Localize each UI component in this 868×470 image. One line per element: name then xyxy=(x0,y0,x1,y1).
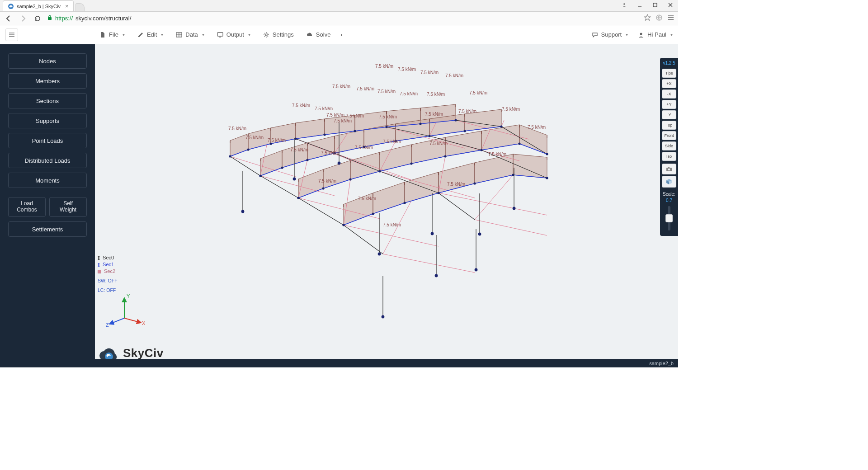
svg-text:7.5 kN/m: 7.5 kN/m xyxy=(425,112,443,117)
bookmark-icon[interactable] xyxy=(644,14,651,23)
svg-line-101 xyxy=(439,193,475,220)
scale-slider[interactable] xyxy=(668,206,670,230)
svg-line-95 xyxy=(260,176,298,198)
svg-point-115 xyxy=(229,155,231,157)
view-plusminus-y[interactable]: +Y xyxy=(662,100,676,109)
menu-solve[interactable]: Solve ⟶ xyxy=(307,31,342,38)
window-close-icon[interactable] xyxy=(663,0,678,10)
view-top[interactable]: Top xyxy=(662,121,676,130)
chevron-down-icon: ▾ xyxy=(248,32,250,37)
arrow-right-icon: ⟶ xyxy=(334,31,342,38)
svg-text:7.5 kN/m: 7.5 kN/m xyxy=(488,152,506,157)
sidebar-item-sections[interactable]: Sections xyxy=(8,93,87,108)
svg-point-157 xyxy=(546,153,548,155)
sidebar-item-nodes[interactable]: Nodes xyxy=(8,53,87,69)
cube-icon xyxy=(665,178,673,185)
svg-line-225 xyxy=(124,318,141,323)
axis-y-label: Y xyxy=(127,293,130,299)
sidebar-item-label: Point Loads xyxy=(32,137,63,144)
svg-point-188 xyxy=(435,274,438,277)
gear-icon xyxy=(263,32,269,38)
table-icon xyxy=(176,32,182,38)
person-icon[interactable] xyxy=(617,0,632,10)
pencil-icon xyxy=(137,32,144,38)
menu-settings-label: Settings xyxy=(273,31,294,38)
svg-text:7.5 kN/m: 7.5 kN/m xyxy=(318,179,336,183)
back-icon[interactable] xyxy=(4,14,14,24)
svg-text:7.5 kN/m: 7.5 kN/m xyxy=(400,91,418,96)
svg-text:7.5 kN/m: 7.5 kN/m xyxy=(447,182,465,187)
scale-label: Scale: xyxy=(663,192,675,197)
view-plusminus-x[interactable]: +X xyxy=(662,79,676,88)
sidebar-item-point-loads[interactable]: Point Loads xyxy=(8,133,87,148)
view-minus-x[interactable]: -X xyxy=(662,89,676,99)
menu-settings[interactable]: Settings xyxy=(263,31,294,38)
svg-point-174 xyxy=(293,178,296,181)
sidebar-item-supports[interactable]: Supports xyxy=(8,113,87,128)
reload-icon[interactable] xyxy=(33,14,42,24)
window-maximize-icon[interactable] xyxy=(647,0,663,10)
view-controls-rail: v1.2.5 Tips+X-X+Y-YTopFrontSideIso Scale… xyxy=(660,58,678,236)
menu-user-label: Hi Paul xyxy=(647,31,666,38)
svg-point-123 xyxy=(454,119,457,121)
svg-rect-230 xyxy=(668,167,670,168)
view-front[interactable]: Front xyxy=(662,131,676,140)
view-tips[interactable]: Tips xyxy=(662,69,676,78)
menu-edit[interactable]: Edit▾ xyxy=(137,31,163,38)
svg-point-178 xyxy=(378,253,381,256)
view-side[interactable]: Side xyxy=(662,141,676,150)
new-tab-button[interactable] xyxy=(75,3,85,11)
svg-point-118 xyxy=(294,137,297,140)
legend-lc: LC: OFF xyxy=(98,287,118,294)
screenshot-button[interactable] xyxy=(662,164,676,174)
menu-output[interactable]: Output▾ xyxy=(217,31,250,38)
menu-support[interactable]: Support▾ xyxy=(592,31,628,38)
svg-text:7.5 kN/m: 7.5 kN/m xyxy=(383,222,401,227)
forward-icon[interactable] xyxy=(18,14,28,24)
sidebar-settlements[interactable]: Settlements xyxy=(8,221,87,237)
iso-cube-button[interactable] xyxy=(662,176,676,188)
extensions-icon[interactable] xyxy=(656,14,663,23)
tab-title: sample2_b | SkyCiv xyxy=(17,4,61,9)
svg-text:7.5 kN/m: 7.5 kN/m xyxy=(429,141,448,146)
svg-text:7.5 kN/m: 7.5 kN/m xyxy=(321,150,339,155)
version-label: v1.2.5 xyxy=(663,61,675,66)
model-canvas[interactable]: 7.5 kN/m7.5 kN/m7.5 kN/m7.5 kN/m7.5 kN/m… xyxy=(95,44,678,367)
svg-text:7.5 kN/m: 7.5 kN/m xyxy=(245,135,264,140)
sidebar-item-distributed-loads[interactable]: Distributed Loads xyxy=(8,153,87,168)
view-iso[interactable]: Iso xyxy=(662,152,676,161)
svg-text:7.5 kN/m: 7.5 kN/m xyxy=(458,109,476,114)
url-display[interactable]: https://skyciv.com/structural/ xyxy=(47,15,639,22)
svg-text:7.5 kN/m: 7.5 kN/m xyxy=(268,138,286,143)
svg-point-229 xyxy=(668,169,670,171)
model-viewport[interactable]: 7.5 kN/m7.5 kN/m7.5 kN/m7.5 kN/m7.5 kN/m… xyxy=(95,44,678,367)
menu-data[interactable]: Data▾ xyxy=(176,31,204,38)
axis-x-label: X xyxy=(142,320,145,326)
sidebar-load-combos[interactable]: Load Combos xyxy=(8,197,46,217)
svg-point-8 xyxy=(265,33,267,35)
browser-tab[interactable]: sample2_b | SkyCiv × xyxy=(3,0,74,11)
svg-line-92 xyxy=(383,254,475,273)
sidebar-item-moments[interactable]: Moments xyxy=(8,173,87,188)
svg-point-133 xyxy=(281,166,283,169)
menu-data-label: Data xyxy=(185,31,198,38)
sidebar-self-weight[interactable]: Self Weight xyxy=(49,197,87,217)
svg-point-120 xyxy=(354,130,356,132)
slider-thumb[interactable] xyxy=(665,214,673,222)
browser-menu-icon[interactable] xyxy=(667,14,675,23)
menu-file[interactable]: File▾ xyxy=(99,31,125,38)
window-minimize-icon[interactable] xyxy=(632,0,647,10)
ibeam-icon: I xyxy=(98,261,100,268)
svg-text:7.5 kN/m: 7.5 kN/m xyxy=(315,106,333,111)
lock-icon xyxy=(47,15,52,22)
label: Settlements xyxy=(32,226,63,233)
view-minus-y[interactable]: -Y xyxy=(662,110,676,119)
svg-point-151 xyxy=(349,178,351,180)
status-filename: sample2_b xyxy=(649,361,674,366)
svg-text:7.5 kN/m: 7.5 kN/m xyxy=(528,125,546,130)
sidebar-toggle-button[interactable] xyxy=(5,28,18,41)
sidebar-item-members[interactable]: Members xyxy=(8,73,87,89)
chevron-down-icon: ▾ xyxy=(161,32,163,37)
tab-close-icon[interactable]: × xyxy=(65,3,69,9)
menu-user[interactable]: Hi Paul▾ xyxy=(638,31,673,38)
